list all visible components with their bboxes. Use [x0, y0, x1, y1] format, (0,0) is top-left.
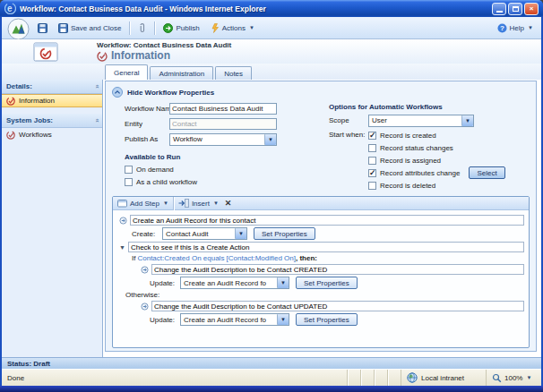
svg-text:e: e — [7, 4, 13, 13]
dropdown-arrow-icon[interactable]: ▼ — [461, 115, 473, 126]
create-label: Create: — [132, 230, 162, 238]
actions-menu-button[interactable]: Actions ▼ — [208, 22, 257, 34]
save-and-close-icon — [58, 23, 68, 33]
step4-description-input[interactable] — [151, 301, 524, 311]
step2-description-input[interactable] — [128, 242, 524, 252]
update-label: Update: — [150, 316, 180, 324]
window-title: Workflow: Contact Business Data Audit - … — [20, 4, 488, 13]
dropdown-arrow-icon[interactable]: ▼ — [235, 228, 246, 239]
step-editor: Add Step ▼ Insert ▼ ✕ — [112, 196, 530, 348]
update-entity-select[interactable]: Create an Audit Record fo ▼ — [180, 277, 289, 289]
on-demand-checkbox[interactable] — [125, 166, 133, 174]
step1-description-input[interactable] — [130, 215, 524, 226]
workflow-name-input[interactable] — [169, 103, 277, 115]
status-text: Done — [2, 374, 347, 382]
set-properties-button[interactable]: Set Properties — [254, 227, 315, 240]
step-row — [117, 301, 524, 311]
child-workflow-checkbox[interactable] — [125, 178, 133, 186]
step-row: ▼ — [117, 242, 524, 252]
record-header: Workflow: Contact Business Data Audit In… — [2, 39, 541, 64]
toolbar-separator — [173, 197, 174, 210]
security-zone: Local intranet — [401, 370, 486, 386]
record-status-bar: Status: Draft — [2, 357, 541, 369]
close-button[interactable]: × — [524, 3, 539, 15]
actions-icon — [211, 23, 220, 33]
step-expander-icon[interactable]: ▼ — [119, 244, 125, 251]
collapse-section-icon[interactable]: » — [92, 84, 100, 88]
toolbar-separator — [129, 21, 130, 35]
status-segment — [347, 370, 360, 386]
general-tab-panel: Hide Workflow Properties Workflow Name* … — [105, 81, 537, 352]
add-step-icon — [117, 199, 127, 208]
sidebar-item-workflows[interactable]: Workflows — [2, 128, 102, 141]
publish-as-select[interactable]: Workflow ▼ — [169, 133, 277, 146]
dropdown-arrow-icon[interactable]: ▼ — [277, 277, 289, 288]
insert-menu-button[interactable]: Insert ▼ — [178, 199, 219, 208]
chevron-down-icon: ▼ — [528, 25, 533, 30]
record-attributes-change-checkbox[interactable] — [368, 169, 376, 177]
chevron-down-icon: ▼ — [526, 375, 531, 380]
globe-icon — [407, 372, 418, 383]
record-created-checkbox[interactable] — [368, 132, 376, 140]
record-assigned-option: Record is assigned — [368, 154, 505, 166]
hide-workflow-properties-toggle[interactable]: Hide Workflow Properties — [112, 86, 530, 98]
maximize-button[interactable] — [508, 3, 522, 15]
dropdown-arrow-icon[interactable]: ▼ — [277, 314, 289, 325]
tab-notes[interactable]: Notes — [215, 66, 252, 80]
update-entity-select[interactable]: Create an Audit Record fo ▼ — [180, 313, 289, 326]
status-segment — [360, 370, 374, 386]
record-deleted-checkbox[interactable] — [368, 182, 376, 190]
record-deleted-option: Record is deleted — [368, 179, 505, 192]
window-titlebar: e Workflow: Contact Business Data Audit … — [0, 0, 543, 17]
information-check-icon — [6, 97, 15, 106]
select-attributes-button[interactable]: Select — [469, 166, 504, 179]
svg-text:?: ? — [500, 24, 504, 32]
add-step-menu-button[interactable]: Add Step ▼ — [117, 199, 168, 208]
minimize-button[interactable] — [492, 3, 506, 15]
publish-button[interactable]: Publish — [160, 22, 202, 34]
tab-administration[interactable]: Administration — [150, 66, 213, 80]
record-assigned-checkbox[interactable] — [368, 157, 376, 165]
scope-select[interactable]: User ▼ — [368, 115, 474, 127]
step-row — [117, 264, 524, 275]
save-button[interactable] — [35, 22, 50, 34]
zoom-control[interactable]: 100% ▼ — [486, 370, 541, 386]
set-properties-button[interactable]: Set Properties — [296, 313, 358, 326]
ie-logo-icon: e — [4, 3, 16, 14]
publish-as-label: Publish As — [125, 135, 169, 143]
step-bullet-icon — [141, 266, 149, 274]
set-properties-button[interactable]: Set Properties — [296, 277, 358, 289]
sidebar-item-information[interactable]: Information — [2, 94, 102, 107]
condition-link[interactable]: Contact:Created On equals [Contact:Modif… — [137, 254, 296, 262]
tab-general[interactable]: General — [105, 64, 148, 80]
save-and-close-button[interactable]: Save and Close — [56, 22, 124, 34]
workflows-icon — [6, 131, 15, 140]
delete-step-button[interactable]: ✕ — [225, 199, 232, 208]
otherwise-label: Otherwise: — [125, 291, 159, 299]
step-editor-toolbar: Add Step ▼ Insert ▼ ✕ — [113, 197, 529, 210]
status-segment — [387, 370, 401, 386]
available-to-run-header: Available to Run — [125, 151, 323, 163]
crm-logo-icon[interactable] — [7, 18, 30, 40]
dropdown-arrow-icon[interactable]: ▼ — [264, 134, 276, 145]
step-action-row: Update: Create an Audit Record fo ▼ Set … — [117, 277, 524, 289]
record-status-changes-checkbox[interactable] — [368, 144, 376, 152]
step3-description-input[interactable] — [151, 264, 524, 275]
workflow-name-label: Workflow Name* — [125, 105, 169, 113]
child-workflow-option: As a child workflow — [125, 175, 323, 188]
start-when-label: Start when: — [329, 129, 368, 192]
create-entity-select[interactable]: Contact Audit ▼ — [162, 227, 247, 240]
help-menu-button[interactable]: ? Help ▼ — [495, 22, 536, 34]
attachment-button[interactable] — [135, 21, 149, 34]
step-action-row: Update: Create an Audit Record fo ▼ Set … — [117, 313, 524, 326]
window-bottom-border — [0, 386, 543, 392]
information-check-icon — [97, 51, 108, 62]
automatic-workflows-header: Options for Automatic Workflows — [329, 101, 530, 113]
chevron-down-icon: ▼ — [249, 25, 254, 30]
page-title: Information — [97, 50, 231, 62]
tab-bar: General Administration Notes — [2, 64, 541, 80]
entity-input — [169, 118, 277, 130]
collapse-section-icon[interactable]: » — [92, 118, 100, 122]
on-demand-option: On demand — [125, 163, 323, 175]
sidebar: Details: » Information System Jobs: » Wo… — [2, 80, 103, 357]
